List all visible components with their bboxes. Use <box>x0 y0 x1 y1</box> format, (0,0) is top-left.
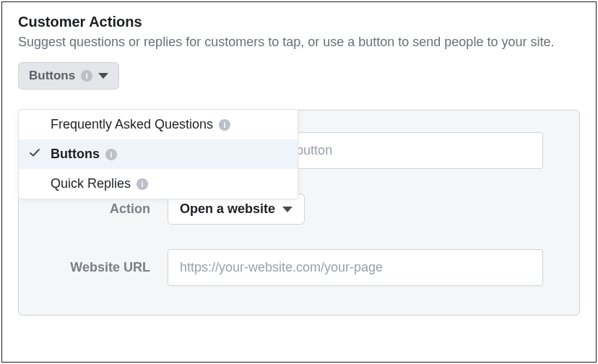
menu-item-label: Buttons <box>51 147 100 162</box>
page-title: Customer Actions <box>18 14 580 30</box>
info-icon: i <box>136 178 148 190</box>
customer-action-type-dropdown[interactable]: Buttons i <box>18 62 119 90</box>
check-icon <box>29 147 40 162</box>
chevron-down-icon <box>98 73 108 79</box>
action-select-value: Open a website <box>180 202 275 217</box>
customer-action-type-menu: Frequently Asked Questions i Buttons i Q… <box>18 109 298 199</box>
menu-item-quick-replies[interactable]: Quick Replies i <box>19 169 298 199</box>
info-icon: i <box>219 119 230 131</box>
dropdown-trigger-label: Buttons <box>29 69 75 83</box>
page-subtitle: Suggest questions or replies for custome… <box>18 33 567 51</box>
menu-item-label: Quick Replies <box>51 176 131 191</box>
menu-item-faq[interactable]: Frequently Asked Questions i <box>19 110 298 139</box>
menu-item-buttons[interactable]: Buttons i <box>19 139 298 169</box>
website-url-input[interactable] <box>168 249 543 286</box>
chevron-down-icon <box>282 207 292 212</box>
info-icon: i <box>81 70 92 82</box>
menu-item-label: Frequently Asked Questions <box>51 117 213 132</box>
website-url-label: Website URL <box>42 260 150 275</box>
action-label: Action <box>42 202 150 217</box>
info-icon: i <box>105 149 117 160</box>
